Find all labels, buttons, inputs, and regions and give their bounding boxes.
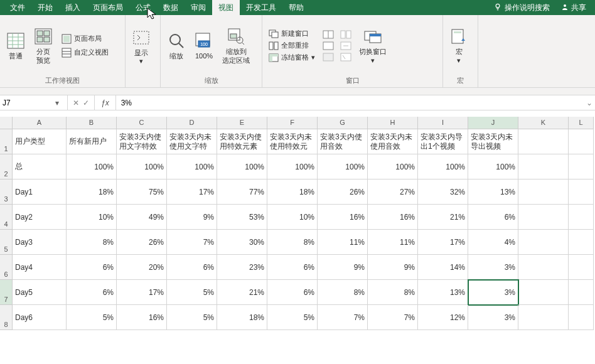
cell[interactable]	[518, 129, 569, 154]
cell[interactable]: 7%	[318, 305, 368, 330]
cell[interactable]: 8%	[368, 280, 418, 305]
cell[interactable]	[569, 154, 594, 179]
cancel-icon[interactable]: ✕	[73, 99, 79, 107]
cell[interactable]	[569, 255, 594, 280]
cell[interactable]	[518, 154, 569, 179]
cell[interactable]: 用户类型	[13, 129, 67, 154]
cell[interactable]: 3%	[468, 280, 518, 305]
cell[interactable]: 100%	[167, 154, 217, 179]
cell[interactable]: 5%	[167, 280, 217, 305]
zoom-100-button[interactable]: 100 100%	[191, 28, 217, 63]
cell[interactable]: 16%	[318, 205, 368, 230]
cell[interactable]: 13%	[468, 179, 518, 205]
cell[interactable]: 32%	[418, 179, 468, 205]
cell[interactable]: 8%	[67, 230, 117, 255]
cell[interactable]: 5%	[167, 305, 217, 330]
row-header-1[interactable]: 1	[0, 129, 13, 154]
cell[interactable]: 安装3天内导出1个视频	[418, 129, 468, 154]
page-break-preview-button[interactable]: 分页 预览	[30, 24, 56, 67]
row-header-7[interactable]: 7	[0, 280, 13, 305]
cell[interactable]: 13%	[418, 280, 468, 305]
cell[interactable]: 20%	[117, 255, 167, 280]
cell[interactable]: 27%	[368, 179, 418, 205]
new-window-button[interactable]: 新建窗口	[265, 28, 319, 40]
cell[interactable]: Day6	[13, 305, 67, 330]
cell[interactable]	[518, 305, 569, 330]
zoom-button[interactable]: 缩放	[163, 28, 190, 63]
menu-帮助[interactable]: 帮助	[282, 0, 310, 15]
cell[interactable]: 5%	[267, 305, 318, 330]
spreadsheet-grid[interactable]: ABCDEFGHIJKL 12345678 用户类型所有新用户安装3天内使用文字…	[0, 117, 595, 343]
row-header-6[interactable]: 6	[0, 255, 13, 280]
col-header-C[interactable]: C	[117, 117, 167, 129]
cell[interactable]: 100%	[217, 154, 267, 179]
cell[interactable]: 4%	[468, 230, 518, 255]
cell[interactable]: 11%	[368, 230, 418, 255]
cell[interactable]: 49%	[117, 205, 167, 230]
cell[interactable]: 8%	[267, 230, 318, 255]
cell[interactable]: 11%	[318, 230, 368, 255]
cell[interactable]: 安装3天内未导出视频	[468, 129, 518, 154]
menu-插入[interactable]: 插入	[59, 0, 87, 15]
cell[interactable]: Day2	[13, 205, 67, 230]
col-header-J[interactable]: J	[468, 117, 518, 129]
cell[interactable]: 安装3天内未使用音效	[368, 129, 418, 154]
menu-视图[interactable]: 视图	[212, 0, 240, 15]
hide-window-button[interactable]	[323, 41, 334, 50]
cell[interactable]	[569, 305, 594, 330]
cell[interactable]: 53%	[217, 205, 267, 230]
cell[interactable]: Day3	[13, 230, 67, 255]
tell-me-box[interactable]: 操作说明搜索	[487, 3, 556, 13]
show-button[interactable]: 显示▾	[128, 25, 154, 68]
row-header-8[interactable]: 8	[0, 305, 13, 330]
cell[interactable]: 100%	[67, 154, 117, 179]
page-layout-button[interactable]: 页面布局	[59, 33, 111, 45]
switch-window-button[interactable]: 切换窗口▾	[355, 24, 390, 67]
cell[interactable]: 30%	[217, 230, 267, 255]
cell[interactable]: 6%	[468, 205, 518, 230]
select-all-corner[interactable]	[0, 117, 13, 129]
cell[interactable]: 安装3天内使用特效元素	[217, 129, 267, 154]
cell[interactable]: 26%	[117, 230, 167, 255]
name-box-dropdown[interactable]: ▾	[53, 99, 62, 107]
col-header-H[interactable]: H	[368, 117, 418, 129]
freeze-panes-button[interactable]: 冻结窗格 ▾	[265, 52, 319, 63]
cell[interactable]: Day4	[13, 255, 67, 280]
menu-开发工具[interactable]: 开发工具	[240, 0, 282, 15]
cell[interactable]: 100%	[368, 154, 418, 179]
view-side-by-side-button[interactable]	[340, 30, 351, 39]
cell[interactable]: 100%	[117, 154, 167, 179]
cell[interactable]	[569, 205, 594, 230]
cell[interactable]: 9%	[318, 255, 368, 280]
menu-页面布局[interactable]: 页面布局	[87, 0, 129, 15]
cell[interactable]: 17%	[117, 280, 167, 305]
menu-数据[interactable]: 数据	[157, 0, 185, 15]
col-header-G[interactable]: G	[318, 117, 368, 129]
enter-icon[interactable]: ✓	[83, 99, 89, 107]
formula-expand-icon[interactable]: ⌄	[584, 99, 595, 107]
unhide-window-button[interactable]	[323, 53, 334, 62]
cell[interactable]: 6%	[67, 255, 117, 280]
row-header-3[interactable]: 3	[0, 179, 13, 205]
cell[interactable]: 6%	[167, 255, 217, 280]
menu-审阅[interactable]: 审阅	[185, 0, 212, 15]
cell[interactable]: 100%	[318, 154, 368, 179]
reset-window-button[interactable]	[340, 53, 351, 62]
cell[interactable]: 6%	[67, 280, 117, 305]
cell[interactable]: 17%	[418, 230, 468, 255]
cell[interactable]: 100%	[267, 154, 318, 179]
cell[interactable]: 75%	[117, 179, 167, 205]
cell[interactable]: 21%	[418, 205, 468, 230]
cell[interactable]: 16%	[117, 305, 167, 330]
cell[interactable]: 8%	[318, 280, 368, 305]
cell[interactable]: 77%	[217, 179, 267, 205]
cell[interactable]: 7%	[167, 230, 217, 255]
cell[interactable]: 安装3天内未使用特效元	[267, 129, 318, 154]
cell[interactable]: 18%	[217, 305, 267, 330]
col-header-I[interactable]: I	[418, 117, 468, 129]
cell[interactable]: 5%	[67, 305, 117, 330]
cell[interactable]	[518, 179, 569, 205]
name-box-input[interactable]	[3, 99, 53, 107]
cell[interactable]: 7%	[368, 305, 418, 330]
cell[interactable]: Day5	[13, 280, 67, 305]
